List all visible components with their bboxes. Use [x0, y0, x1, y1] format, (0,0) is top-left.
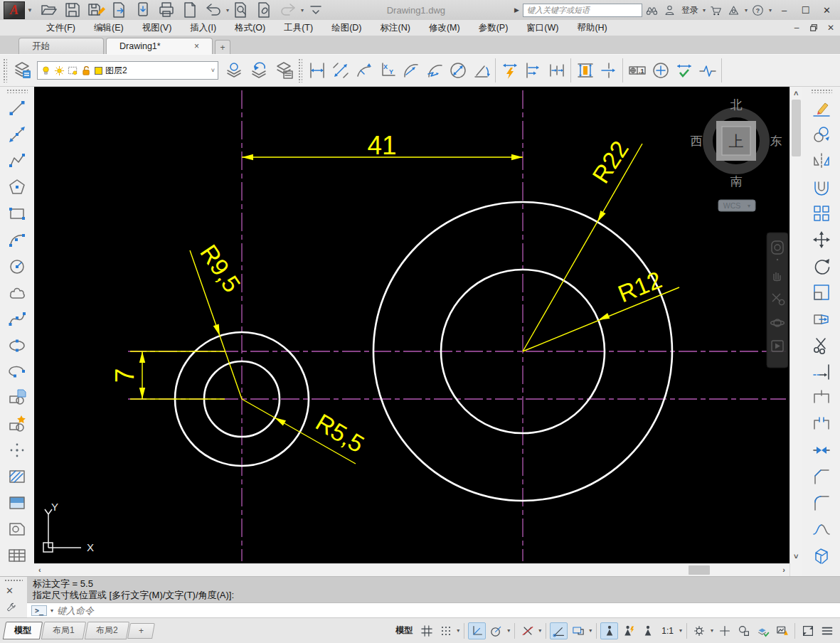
line-icon[interactable]	[5, 95, 30, 120]
radius-dim-icon[interactable]	[399, 59, 422, 83]
layout-tab-layout1[interactable]: 布局1	[41, 622, 86, 639]
layer-properties-icon[interactable]	[10, 59, 33, 83]
make-object-layer-current-icon[interactable]	[222, 59, 245, 83]
rotate-icon[interactable]	[809, 253, 834, 278]
plot-preview-icon[interactable]	[230, 0, 253, 22]
ellipse-icon[interactable]	[5, 332, 30, 357]
a360-icon[interactable]	[726, 3, 742, 17]
erase-icon[interactable]	[809, 95, 834, 120]
dim-break-icon[interactable]	[597, 59, 620, 83]
center-mark-icon[interactable]	[649, 59, 672, 83]
continue-dim-icon[interactable]	[545, 59, 568, 83]
view-cube[interactable]: 上 北 南 西 东	[691, 97, 782, 188]
object-snap-button[interactable]	[519, 622, 536, 639]
fillet-icon[interactable]	[809, 490, 834, 515]
join-icon[interactable]	[809, 437, 834, 462]
minimize-button[interactable]: –	[775, 2, 794, 18]
quick-dim-icon[interactable]	[498, 59, 521, 83]
maximize-button[interactable]: ☐	[796, 2, 815, 18]
menu-dimension[interactable]: 标注(N)	[371, 21, 420, 36]
toolbar-grip[interactable]	[6, 89, 28, 93]
annotation-objects-button[interactable]	[639, 622, 656, 639]
tolerance-icon[interactable]: .1	[625, 59, 649, 83]
layer-states-manager-icon[interactable]	[272, 59, 295, 83]
command-history[interactable]: 标注文字 = 5.5 指定尺寸线位置或 [多行文字(M)/文字(T)/角度(A)…	[27, 577, 840, 602]
tab-drawing1[interactable]: Drawing1*×	[106, 38, 213, 54]
polygon-icon[interactable]	[5, 174, 30, 199]
account-icon[interactable]	[662, 3, 678, 17]
menu-edit[interactable]: 编辑(E)	[85, 21, 133, 36]
ortho-mode-button[interactable]	[468, 622, 486, 639]
menu-help[interactable]: 帮助(H)	[568, 21, 616, 36]
break-at-point-icon[interactable]	[809, 385, 834, 410]
save-icon[interactable]	[61, 0, 85, 22]
layer-dropdown[interactable]: 图层2 ˅	[37, 61, 218, 80]
dropdown-caret-icon[interactable]: ▾	[711, 627, 713, 634]
explode-icon[interactable]	[809, 543, 834, 568]
array-icon[interactable]	[809, 201, 834, 225]
trim-icon[interactable]	[809, 332, 834, 357]
command-wrench-icon[interactable]	[6, 602, 17, 615]
scale-icon[interactable]	[809, 280, 834, 304]
dim-inspect-icon[interactable]	[672, 59, 696, 83]
table-icon[interactable]	[5, 543, 30, 568]
arc-length-icon[interactable]	[352, 59, 376, 83]
doc-close-button[interactable]: ✕	[823, 21, 839, 34]
doc-minimize-button[interactable]: –	[789, 21, 804, 34]
scroll-left-icon[interactable]: ‹	[38, 566, 41, 574]
stretch-icon[interactable]	[809, 306, 834, 331]
dim-space-icon[interactable]	[573, 59, 597, 83]
app-store-cart-icon[interactable]	[708, 3, 724, 17]
vertical-scrollbar[interactable]: ˄ ˅	[790, 87, 802, 576]
customization-button[interactable]	[818, 622, 836, 639]
model-space-button[interactable]: 模型	[392, 622, 416, 639]
undo-icon[interactable]	[202, 0, 225, 22]
break-icon[interactable]	[809, 411, 834, 436]
diameter-dim-icon[interactable]	[446, 59, 469, 83]
sign-in-button[interactable]: 登录	[681, 4, 698, 16]
menu-window[interactable]: 窗口(W)	[517, 21, 568, 36]
customize-quick-access-icon[interactable]	[304, 0, 328, 22]
point-icon[interactable]	[5, 437, 30, 462]
scroll-right-icon[interactable]: ›	[782, 566, 785, 574]
move-icon[interactable]	[809, 227, 834, 252]
dropdown-caret-icon[interactable]: ▾	[457, 627, 459, 634]
circle-icon[interactable]	[5, 253, 30, 278]
polyline-icon[interactable]	[5, 148, 30, 173]
angular-dim-icon[interactable]	[469, 59, 493, 83]
horizontal-scroll-thumb[interactable]	[689, 565, 710, 575]
new-tab-button[interactable]: +	[215, 40, 230, 54]
copy-icon[interactable]	[809, 122, 834, 147]
tab-close-icon[interactable]: ×	[194, 41, 199, 51]
rectangle-icon[interactable]	[5, 201, 30, 225]
dim-7[interactable]: 7	[110, 351, 225, 399]
command-prompt-caret-icon[interactable]: ▾	[50, 607, 54, 614]
ellipse-arc-icon[interactable]	[5, 358, 30, 383]
command-close-icon[interactable]: ✕	[6, 585, 14, 596]
spline-icon[interactable]	[5, 306, 30, 331]
insert-block-icon[interactable]	[5, 385, 30, 410]
dim-r95[interactable]: R9,5	[190, 240, 246, 399]
grid-display-button[interactable]	[418, 622, 435, 639]
menu-insert[interactable]: 插入(I)	[181, 21, 225, 36]
create-block-icon[interactable]	[5, 411, 30, 436]
menu-view[interactable]: 视图(V)	[133, 21, 181, 36]
annotation-autoscale-button[interactable]	[620, 622, 637, 639]
crosshair-toggle-button[interactable]	[716, 622, 733, 639]
revision-cloud-icon[interactable]	[5, 280, 30, 304]
blend-curves-icon[interactable]	[809, 516, 834, 541]
open-icon[interactable]	[38, 0, 61, 22]
layer-previous-icon[interactable]	[247, 59, 270, 83]
jogged-radius-icon[interactable]	[422, 59, 446, 83]
help-search-input[interactable]	[523, 4, 642, 17]
dim-41[interactable]: 41	[242, 131, 523, 160]
menu-parametric[interactable]: 参数(P)	[469, 21, 518, 36]
linear-dim-icon[interactable]	[305, 59, 329, 83]
dropdown-caret-icon[interactable]: ▾	[744, 7, 748, 14]
command-input[interactable]	[57, 605, 836, 616]
ordinate-dim-icon[interactable]: XY	[376, 59, 399, 83]
horizontal-scrollbar[interactable]: ‹ ›	[34, 563, 790, 576]
menu-tools[interactable]: 工具(T)	[275, 21, 322, 36]
app-menu-caret-icon[interactable]: ▼	[27, 7, 33, 14]
command-prompt-icon[interactable]: >_	[31, 605, 47, 616]
